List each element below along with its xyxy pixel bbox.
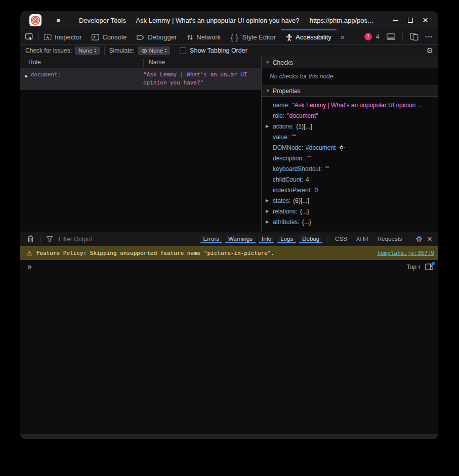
tab-label: Console: [102, 33, 127, 41]
filter-warnings-button[interactable]: Warnings: [225, 235, 256, 243]
expand-caret-icon[interactable]: [266, 220, 273, 224]
notification-dot-icon: [432, 262, 435, 265]
property-row[interactable]: attributes: {...}: [262, 217, 438, 227]
property-row[interactable]: indexInParent: 0: [262, 185, 438, 195]
eye-icon: [141, 49, 147, 53]
split-console-button[interactable]: [384, 33, 398, 40]
properties-section-header[interactable]: Properties: [262, 85, 438, 97]
separator: [327, 235, 327, 243]
sidebar-toggle-button[interactable]: [425, 264, 433, 270]
property-value: {...}: [302, 219, 311, 226]
properties-header-label: Properties: [273, 88, 301, 95]
property-row[interactable]: actions: (1)[...]: [262, 121, 438, 132]
console-icon: [92, 34, 99, 40]
console-input-row[interactable]: » Top: [20, 260, 438, 435]
inspect-node-icon[interactable]: [339, 145, 345, 151]
property-row[interactable]: keyboardShortcut: "": [262, 163, 438, 174]
name-column-header[interactable]: Name: [143, 59, 165, 67]
tree-row-role: document:: [31, 71, 61, 79]
tree-row-document[interactable]: document: "Ask Lemmy | What's an un…ar U…: [20, 68, 261, 90]
filter-info-button[interactable]: Info: [259, 235, 274, 243]
check-for-issues-select[interactable]: None: [75, 47, 100, 55]
trash-icon: [27, 235, 34, 243]
property-row[interactable]: states: (6)[...]: [262, 195, 438, 206]
accessibility-toolbar: Check for issues: None Simulate: None Sh…: [20, 45, 438, 57]
tab-inspector[interactable]: Inspector: [39, 29, 87, 44]
filter-debug-button[interactable]: Debug: [299, 235, 322, 243]
error-badge-icon[interactable]: [364, 33, 372, 40]
window-title: Developer Tools — Ask Lemmy | What's an …: [60, 17, 393, 24]
pick-element-icon: [25, 33, 33, 40]
tab-style-editor[interactable]: { } Style Editor: [226, 29, 281, 44]
property-value: "": [306, 155, 311, 162]
inspector-icon: [44, 34, 52, 40]
property-value: (1)[...]: [296, 123, 312, 130]
more-options-button[interactable]: [426, 34, 433, 39]
console-prompt: »: [27, 262, 32, 271]
close-window-button[interactable]: [423, 17, 428, 23]
warning-icon: [26, 249, 32, 257]
recording-dot-icon: [57, 19, 60, 22]
minimize-button[interactable]: [393, 20, 398, 21]
a11y-settings-gear-icon[interactable]: [427, 46, 433, 55]
property-row[interactable]: relations: {...}: [262, 206, 438, 217]
expand-caret-icon[interactable]: [25, 72, 28, 80]
accessibility-panel: Role Name document: "Ask Lemmy | What's …: [20, 57, 438, 232]
tab-accessibility[interactable]: Accessibility: [281, 29, 337, 44]
filter-css-button[interactable]: CSS: [332, 235, 350, 243]
tab-overflow-button[interactable]: [337, 29, 349, 44]
close-split-console-button[interactable]: [425, 235, 434, 243]
debugger-icon: [137, 34, 145, 40]
show-tabbing-order-checkbox[interactable]: [180, 48, 186, 54]
property-key: indexInParent:: [273, 187, 312, 194]
responsive-design-button[interactable]: [407, 33, 422, 40]
property-key: actions:: [273, 123, 294, 130]
property-row[interactable]: role: "document": [262, 110, 438, 121]
clear-console-button[interactable]: [24, 235, 37, 243]
devtools-window: Developer Tools — Ask Lemmy | What's an …: [20, 11, 438, 439]
property-row[interactable]: description: "": [262, 153, 438, 163]
expand-caret-icon[interactable]: [266, 198, 273, 203]
property-row-domnode[interactable]: DOMNode: #document: [262, 142, 438, 153]
separator: [175, 47, 175, 55]
simulate-value: None: [149, 48, 163, 54]
devtools-tabbar: Inspector Console Debugger Network { } S…: [20, 29, 438, 45]
frame-selector[interactable]: Top: [407, 264, 420, 271]
maximize-button[interactable]: [408, 18, 413, 23]
warning-source-link[interactable]: template.js:357:9: [377, 250, 434, 256]
app-logo-icon: [29, 14, 41, 26]
console-warning-row: Feature Policy: Skipping unsupported fea…: [20, 246, 438, 260]
property-row[interactable]: value: "": [262, 132, 438, 142]
frame-selector-value: Top: [407, 264, 416, 271]
warning-message: Feature Policy: Skipping unsupported fea…: [36, 250, 274, 256]
property-key: relations:: [273, 208, 298, 215]
property-row[interactable]: name: "Ask Lemmy | What's an unpopular U…: [262, 100, 438, 110]
accessibility-icon: [286, 34, 293, 41]
filter-logs-button[interactable]: Logs: [277, 235, 296, 243]
property-value: {...}: [300, 208, 309, 215]
simulate-select[interactable]: None: [138, 47, 171, 55]
tab-console[interactable]: Console: [87, 29, 132, 44]
filter-output-input[interactable]: Filter Output: [59, 236, 92, 243]
expand-caret-icon[interactable]: [266, 209, 273, 213]
filter-requests-button[interactable]: Requests: [374, 235, 405, 243]
property-value: "": [291, 134, 296, 141]
a11y-tree-pane: Role Name document: "Ask Lemmy | What's …: [20, 57, 261, 232]
pick-element-button[interactable]: [20, 29, 38, 44]
check-for-issues-value: None: [78, 48, 93, 54]
tree-row-name: "Ask Lemmy | What's an un…ar UI opinion …: [143, 71, 261, 87]
console-settings-gear-icon[interactable]: [413, 235, 425, 243]
expand-caret-icon[interactable]: [266, 124, 273, 128]
tab-network[interactable]: Network: [182, 29, 226, 44]
filter-errors-button[interactable]: Errors: [200, 235, 222, 243]
select-arrows-icon: [165, 48, 166, 53]
checks-section-header[interactable]: Checks: [262, 57, 438, 68]
filter-xhr-button[interactable]: XHR: [353, 235, 371, 243]
property-value: #document: [306, 144, 336, 151]
tab-debugger[interactable]: Debugger: [132, 29, 182, 44]
property-value: "document": [287, 112, 318, 119]
property-key: keyboardShortcut:: [273, 165, 322, 172]
property-row[interactable]: childCount: 4: [262, 174, 438, 185]
role-column-header[interactable]: Role: [28, 59, 41, 66]
tab-label: Inspector: [55, 33, 81, 41]
